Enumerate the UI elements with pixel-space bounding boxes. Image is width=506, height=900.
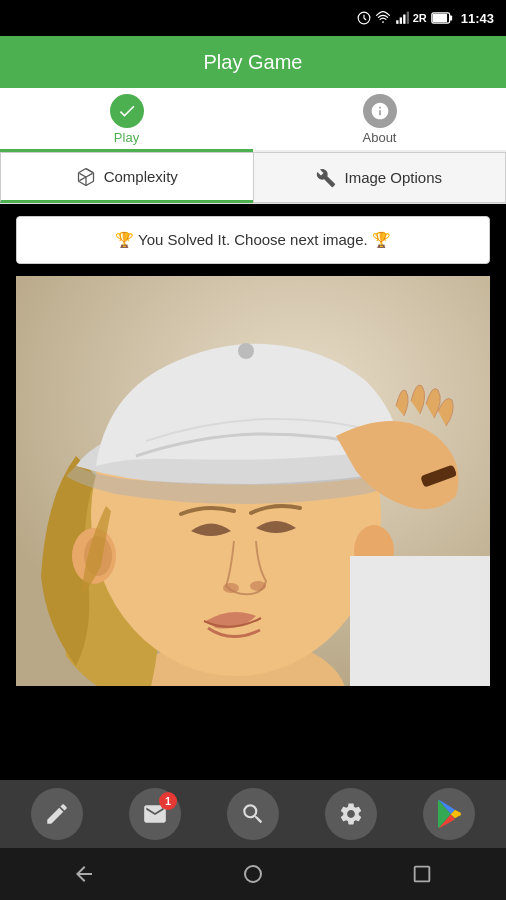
edit-button[interactable] — [31, 788, 83, 840]
settings-button[interactable] — [325, 788, 377, 840]
svg-rect-7 — [449, 15, 452, 20]
about-tab-icon — [363, 94, 397, 128]
svg-rect-21 — [414, 867, 429, 882]
segment-control: Complexity Image Options — [0, 152, 506, 204]
svg-point-1 — [382, 21, 384, 23]
solved-text: 🏆 You Solved It. Choose next image. 🏆 — [115, 231, 391, 249]
tab-play[interactable]: Play — [0, 88, 253, 150]
time-display: 11:43 — [461, 11, 494, 26]
tab-bar: Play About — [0, 88, 506, 152]
svg-point-16 — [250, 581, 266, 591]
app-title: Play Game — [204, 51, 303, 74]
mail-badge: 1 — [159, 792, 177, 810]
missing-puzzle-piece — [350, 556, 490, 686]
mail-button[interactable]: 1 — [129, 788, 181, 840]
complexity-label: Complexity — [104, 168, 178, 185]
android-nav-bar — [0, 848, 506, 900]
complexity-button[interactable]: Complexity — [0, 152, 253, 203]
image-options-label: Image Options — [344, 169, 442, 186]
svg-rect-5 — [406, 12, 408, 24]
puzzle-image-area[interactable] — [16, 276, 490, 686]
svg-rect-4 — [403, 15, 405, 24]
svg-point-15 — [223, 583, 239, 593]
svg-rect-2 — [396, 20, 398, 24]
app-bar: Play Game — [0, 36, 506, 88]
playstore-button[interactable] — [423, 788, 475, 840]
bottom-nav: 1 — [0, 780, 506, 848]
recents-button[interactable] — [402, 854, 442, 894]
tab-about-label: About — [363, 130, 397, 145]
network-badge: 2R — [413, 12, 427, 24]
svg-point-20 — [245, 866, 261, 882]
svg-rect-3 — [399, 17, 401, 23]
svg-rect-8 — [432, 14, 446, 22]
image-options-button[interactable]: Image Options — [253, 152, 507, 203]
tab-about[interactable]: About — [253, 88, 506, 150]
play-tab-icon — [110, 94, 144, 128]
search-button[interactable] — [227, 788, 279, 840]
svg-point-13 — [238, 343, 254, 359]
back-button[interactable] — [64, 854, 104, 894]
puzzle-image — [16, 276, 490, 686]
home-button[interactable] — [233, 854, 273, 894]
tab-play-label: Play — [114, 130, 139, 145]
solved-banner: 🏆 You Solved It. Choose next image. 🏆 — [16, 216, 490, 264]
status-icons: 2R 11:43 — [357, 11, 494, 26]
status-bar: 2R 11:43 — [0, 0, 506, 36]
